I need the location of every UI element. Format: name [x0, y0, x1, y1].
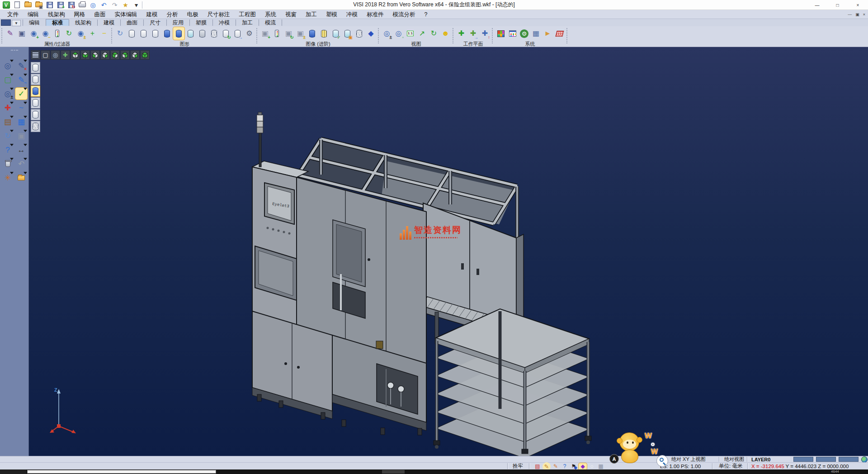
view-iso-button[interactable] [130, 50, 140, 60]
layer-manager-icon[interactable]: ▤ [2, 116, 14, 128]
view-bottom-button[interactable] [80, 50, 90, 60]
window-layout-icon[interactable]: ▦ [15, 116, 27, 128]
workspace-corner-icon[interactable] [1, 19, 11, 26]
help-icon[interactable]: ? [2, 144, 14, 156]
magnifier-badge[interactable] [656, 455, 668, 467]
zoom-1-1-icon[interactable]: 1:1 [405, 27, 416, 40]
tab-尺寸[interactable]: 尺寸 [143, 19, 166, 26]
print-icon[interactable] [77, 0, 87, 9]
cad-model[interactable]: Eyelet3 [29, 47, 868, 456]
print-preview-icon[interactable]: ◎ [88, 0, 98, 9]
display-wireframe-button[interactable] [31, 62, 40, 73]
pan-view-icon[interactable]: ↗ [416, 27, 428, 40]
display-ghost-button[interactable] [31, 109, 40, 120]
cylinder-grey-icon[interactable] [197, 27, 208, 40]
swatch-1[interactable] [793, 457, 813, 462]
viewport-frame-button[interactable]: ▢ [41, 50, 50, 60]
layer-field[interactable]: LAYER0 [751, 456, 770, 462]
lock-field[interactable]: 拴牢 [513, 463, 523, 469]
image-filter-icon[interactable] [271, 27, 283, 40]
undo-action-icon[interactable]: ↶ [15, 158, 27, 170]
workplane-grid-icon[interactable]: ▦ [597, 463, 605, 470]
swatch-3[interactable] [839, 457, 859, 462]
swatch-2[interactable] [816, 457, 836, 462]
graphics-tools-icon[interactable]: ⚙ [244, 27, 255, 40]
attribute-copy-icon[interactable]: ▣ [16, 27, 28, 40]
system-settings-icon[interactable]: ⚙ [519, 27, 530, 40]
regenerate-icon[interactable]: ↻ [2, 130, 14, 142]
import-file-icon[interactable]: ▣ [34, 0, 43, 9]
show-add-icon[interactable]: ◉+ [28, 27, 39, 40]
cylinder-striped-icon[interactable] [318, 27, 330, 40]
units-field[interactable]: 单位: 毫米 [719, 463, 742, 469]
a-badge-icon[interactable]: A [609, 454, 619, 464]
image-add-icon[interactable]: ▣+ [259, 27, 271, 40]
snap-diamond-icon[interactable]: ◆ [579, 463, 587, 470]
menu-工程图[interactable]: 工程图 [235, 11, 261, 18]
image-refresh-icon[interactable]: ▣↻ [283, 27, 294, 40]
window-maximize-button[interactable]: □ [827, 0, 848, 10]
cylinder-outline-2-icon[interactable] [138, 27, 149, 40]
qat-more-icon[interactable]: ▾ [132, 0, 141, 9]
table-window-icon[interactable]: ▦ [530, 27, 542, 40]
command-input[interactable] [27, 470, 216, 474]
snap-hand-icon[interactable]: ► [542, 27, 553, 40]
open-project-icon[interactable] [15, 172, 27, 184]
image-plusminus-icon[interactable]: ▣± [295, 27, 306, 40]
help-status-icon[interactable]: ? [561, 463, 569, 470]
filter-traffic-light-icon[interactable] [52, 27, 63, 40]
globe-icon[interactable] [861, 456, 868, 463]
view-right-button[interactable] [120, 50, 130, 60]
cylinder-outline-1-icon[interactable] [126, 27, 137, 40]
menu-视窗[interactable]: 视窗 [281, 11, 301, 18]
sketch-icon[interactable]: ✎~ [15, 74, 27, 85]
mdi-close-button[interactable]: × [863, 12, 865, 17]
menu-电极[interactable]: 电极 [183, 11, 203, 18]
plane-selection-icon[interactable]: ▢ [2, 74, 14, 85]
menu-实体编辑[interactable]: 实体编辑 [110, 11, 142, 18]
view-shaded-button[interactable] [140, 50, 150, 60]
chisel-tool-icon[interactable]: ✎ [552, 463, 560, 470]
mdi-restore-button[interactable]: ▣ [855, 12, 859, 17]
menu-加工[interactable]: 加工 [301, 11, 321, 18]
view-front-button[interactable] [90, 50, 100, 60]
archive-icon[interactable]: ★ [121, 0, 130, 9]
window-close-button[interactable]: × [848, 0, 868, 10]
menu-编辑[interactable]: 编辑 [23, 11, 43, 18]
absolute-view-field[interactable]: 绝对视图 [724, 456, 744, 462]
menu-线架构[interactable]: 线架构 [43, 11, 70, 18]
redraw-icon[interactable]: ↻ [114, 27, 126, 40]
view-left-button[interactable] [110, 50, 120, 60]
capsule-blue-icon[interactable] [307, 27, 318, 40]
attribute-brush-icon[interactable]: ✎ [5, 27, 16, 40]
zoom-in-out-icon[interactable]: ◎± [381, 27, 392, 40]
cylinder-copy-icon[interactable]: → [232, 27, 243, 40]
menu-塑模[interactable]: 塑模 [321, 11, 342, 18]
tab-建模[interactable]: 建模 [97, 19, 120, 26]
hide-remove-icon[interactable]: ◉− [40, 27, 51, 40]
grid-calculator-icon[interactable] [554, 27, 565, 40]
save-as-icon[interactable]: + [56, 0, 65, 9]
menu-模流分析[interactable]: 模流分析 [388, 11, 420, 18]
tab-标准[interactable]: 标准 [46, 19, 69, 26]
erase-icon[interactable]: ✎× [15, 60, 27, 71]
display-mesh-button[interactable] [31, 121, 40, 132]
measure-icon[interactable]: ↔ [15, 144, 27, 156]
tab-dropdown-button[interactable]: ▼ [12, 20, 21, 26]
view-top-button[interactable] [71, 50, 80, 60]
open-file-icon[interactable] [23, 0, 33, 9]
navigator-icon[interactable]: ✳ [2, 172, 14, 184]
workplane-align-icon[interactable]: ✚↑ [479, 27, 491, 40]
flag-diamond-icon[interactable]: ⚑◆ [570, 463, 578, 470]
tab-线架构[interactable]: 线架构 [69, 19, 97, 26]
menu-分析[interactable]: 分析 [162, 11, 183, 18]
workplane-create-icon[interactable]: ✚ [456, 27, 467, 40]
cylinder-blue-icon[interactable] [161, 27, 173, 40]
viewport-zoom-button[interactable]: ◎ [51, 50, 60, 60]
clipboard-red-icon[interactable]: ▤ [533, 463, 542, 470]
cylinder-tag-icon[interactable]: ▣ [342, 27, 353, 40]
selection-filter-icon[interactable]: ◎ [2, 60, 14, 71]
cylinder-cyan-icon[interactable] [185, 27, 196, 40]
viewport-menu-button[interactable] [31, 50, 40, 60]
display-hidden-line-button[interactable] [31, 74, 40, 85]
